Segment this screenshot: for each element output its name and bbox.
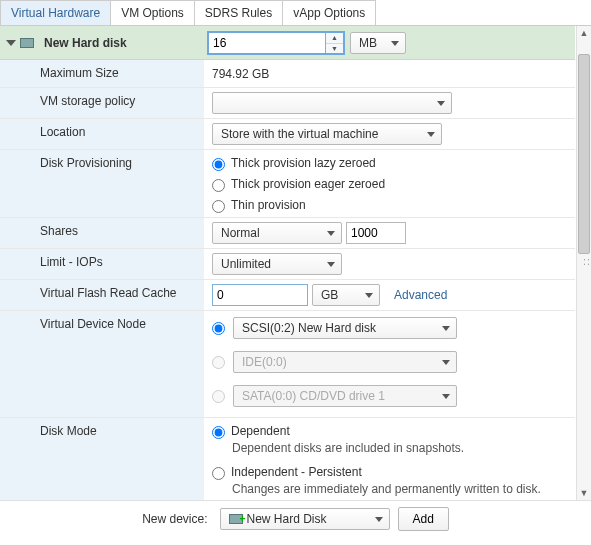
row-storage-policy: VM storage policy	[0, 88, 575, 119]
flash-cache-unit-select[interactable]: GB	[312, 284, 380, 306]
tab-vapp-options[interactable]: vApp Options	[282, 0, 376, 25]
tab-virtual-hardware[interactable]: Virtual Hardware	[0, 0, 111, 25]
row-limit-iops: Limit - IOPs Unlimited	[0, 249, 575, 280]
row-location: Location Store with the virtual machine	[0, 119, 575, 150]
shares-select[interactable]: Normal	[212, 222, 342, 244]
label-storage-policy: VM storage policy	[0, 88, 204, 118]
label-disk-mode: Disk Mode	[0, 418, 204, 500]
row-disk-mode: Disk Mode Dependent Dependent disks are …	[0, 418, 575, 500]
label-shares: Shares	[0, 218, 204, 248]
tab-sdrs-rules[interactable]: SDRS Rules	[194, 0, 283, 25]
hard-disk-icon	[20, 38, 34, 48]
row-flash-cache: Virtual Flash Read Cache GB Advanced	[0, 280, 575, 311]
storage-policy-select[interactable]	[212, 92, 452, 114]
shares-value-input[interactable]	[346, 222, 406, 244]
node-option-ide: IDE(0:0)	[212, 351, 457, 373]
resize-handle-icon[interactable]: ::	[582, 258, 591, 267]
row-disk-provisioning: Disk Provisioning Thick provision lazy z…	[0, 150, 575, 218]
flash-advanced-link[interactable]: Advanced	[394, 288, 447, 302]
size-unit-select[interactable]: MB	[350, 32, 406, 54]
size-input-group: ▲▼	[208, 32, 344, 54]
location-select[interactable]: Store with the virtual machine	[212, 123, 442, 145]
flash-cache-input[interactable]	[212, 284, 308, 306]
size-spinner[interactable]: ▲▼	[326, 32, 344, 54]
scroll-thumb[interactable]	[578, 54, 590, 254]
label-flash-cache: Virtual Flash Read Cache	[0, 280, 204, 310]
scroll-up-icon[interactable]: ▲	[577, 26, 591, 40]
new-device-select[interactable]: New Hard Disk	[220, 508, 390, 530]
new-hard-disk-icon	[229, 514, 243, 524]
disk-mode-option-dependent[interactable]: Dependent Dependent disks are included i…	[212, 424, 567, 455]
tab-vm-options[interactable]: VM Options	[110, 0, 195, 25]
row-max-size: Maximum Size 794.92 GB	[0, 60, 575, 88]
provisioning-option-1[interactable]: Thick provision lazy zeroed	[212, 156, 376, 171]
scroll-down-icon[interactable]: ▼	[577, 486, 591, 500]
label-limit-iops: Limit - IOPs	[0, 249, 204, 279]
row-shares: Shares Normal	[0, 218, 575, 249]
value-max-size: 794.92 GB	[212, 67, 269, 81]
provisioning-option-2[interactable]: Thick provision eager zeroed	[212, 177, 385, 192]
tab-bar: Virtual Hardware VM Options SDRS Rules v…	[0, 0, 591, 26]
size-input[interactable]	[208, 32, 326, 54]
label-location: Location	[0, 119, 204, 149]
node-option-scsi[interactable]: SCSI(0:2) New Hard disk	[212, 317, 457, 339]
node-option-sata: SATA(0:0) CD/DVD drive 1	[212, 385, 457, 407]
footer-label: New device:	[142, 512, 207, 526]
vertical-scrollbar[interactable]: ▲ ▼ ::	[576, 26, 591, 500]
device-header[interactable]: New Hard disk ▲▼ MB	[0, 26, 575, 60]
disk-mode-option-independent-persistent[interactable]: Independent - Persistent Changes are imm…	[212, 465, 567, 500]
label-virtual-device-node: Virtual Device Node	[0, 311, 204, 417]
expand-icon[interactable]	[6, 40, 16, 46]
label-max-size: Maximum Size	[0, 60, 204, 87]
row-virtual-device-node: Virtual Device Node SCSI(0:2) New Hard d…	[0, 311, 575, 418]
limit-iops-select[interactable]: Unlimited	[212, 253, 342, 275]
add-button[interactable]: Add	[398, 507, 449, 531]
footer-bar: New device: New Hard Disk Add	[0, 501, 591, 539]
provisioning-option-3[interactable]: Thin provision	[212, 198, 306, 213]
settings-panel: New Hard disk ▲▼ MB Maximum Size 794.92 …	[0, 26, 591, 501]
device-title: New Hard disk	[44, 36, 127, 50]
label-disk-provisioning: Disk Provisioning	[0, 150, 204, 217]
